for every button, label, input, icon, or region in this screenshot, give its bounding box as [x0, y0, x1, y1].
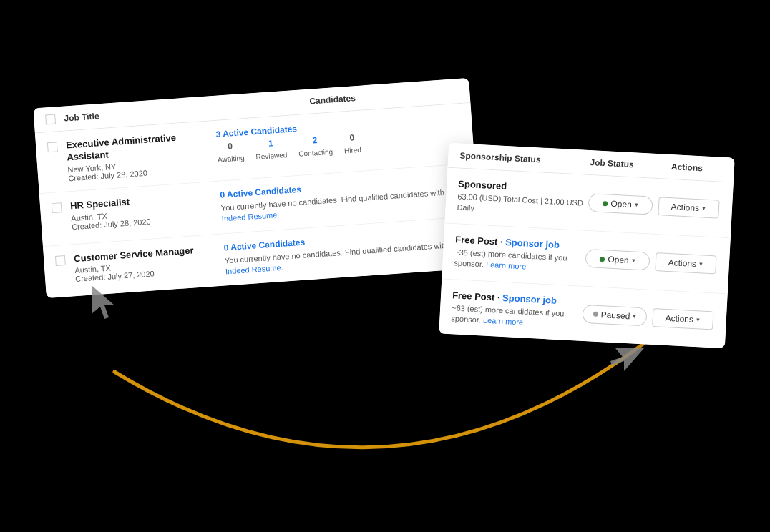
actions-header: Actions: [651, 161, 723, 174]
status-button-3[interactable]: Paused ▾: [582, 305, 647, 327]
stat-reviewed-number: 1: [255, 137, 287, 149]
status-label-3: Paused: [600, 310, 630, 321]
cursor-left-icon: [86, 282, 122, 325]
select-all-checkbox[interactable]: [45, 114, 56, 124]
stat-hired: 0 Hired: [343, 132, 361, 157]
status-chevron-3: ▾: [633, 312, 637, 320]
status-col-3: Paused ▾: [578, 305, 650, 327]
stat-hired-number: 0: [343, 132, 361, 144]
actions-chevron-1: ▾: [702, 205, 706, 212]
actions-col-1: Actions ▾: [656, 197, 721, 219]
row-checkbox-1[interactable]: [47, 142, 58, 152]
sponsor-job-link-2[interactable]: Sponsor job: [505, 237, 560, 250]
status-label-2: Open: [608, 255, 629, 266]
stat-awaiting-number: 0: [216, 140, 244, 152]
stat-awaiting: 0 Awaiting: [216, 140, 245, 165]
actions-button-3[interactable]: Actions ▾: [652, 308, 713, 330]
right-panel-card: Sponsorship Status Job Status Actions Sp…: [439, 143, 734, 349]
actions-chevron-2: ▾: [699, 260, 703, 267]
row-checkbox-3[interactable]: [55, 255, 66, 266]
actions-button-1[interactable]: Actions ▾: [658, 197, 719, 219]
left-panel-card: Job Title Candidates Executive Administr…: [33, 78, 482, 298]
stat-reviewed: 1 Reviewed: [255, 137, 288, 162]
status-dot-2: [600, 257, 605, 262]
sponsor-detail-2: ~35 (est) more candidates if you sponsor…: [454, 247, 582, 275]
row-checkbox-2[interactable]: [52, 202, 62, 213]
stat-hired-label: Hired: [344, 146, 362, 155]
actions-label-2: Actions: [668, 257, 696, 269]
sponsor-info-1: Sponsored 63.00 (USD) Total Cost | 21.00…: [457, 178, 585, 220]
sponsor-detail-3: ~63 (est) more candidates if you sponsor…: [451, 302, 579, 331]
stat-contacting: 2 Contacting: [298, 134, 333, 159]
learn-more-link-3[interactable]: Learn more: [483, 316, 524, 327]
status-label-1: Open: [610, 199, 632, 210]
candidates-section-3: 0 Active Candidates You currently have n…: [216, 225, 470, 277]
sponsor-info-3: Free Post · Sponsor job ~63 (est) more c…: [451, 290, 580, 331]
sponsor-detail-1: 63.00 (USD) Total Cost | 21.00 USD Daily: [457, 191, 585, 220]
cursor-right-icon: [605, 343, 648, 378]
job-info-1: Executive Administrative Assistant New Y…: [66, 130, 212, 183]
stat-awaiting-label: Awaiting: [218, 154, 245, 164]
job-status-header: Job Status: [572, 157, 652, 171]
status-dot-3: [593, 312, 598, 317]
stat-contacting-label: Contacting: [298, 148, 333, 158]
sponsor-info-2: Free Post · Sponsor job ~35 (est) more c…: [454, 234, 583, 275]
learn-more-link-2[interactable]: Learn more: [486, 260, 527, 271]
candidates-section-1: 3 Active Candidates 0 Awaiting 1 Reviewe…: [208, 112, 462, 169]
stat-reviewed-label: Reviewed: [255, 151, 288, 161]
job-title-column-header: Job Title: [64, 104, 207, 124]
status-col-1: Open ▾: [584, 193, 656, 215]
actions-button-2[interactable]: Actions ▾: [655, 252, 716, 274]
actions-col-2: Actions ▾: [653, 252, 718, 275]
actions-label-1: Actions: [671, 202, 699, 213]
status-chevron-2: ▾: [631, 257, 635, 264]
indeed-resume-link-2[interactable]: Indeed Resume: [221, 210, 277, 222]
job-info-2: HR Specialist Austin, TX Created: July 2…: [70, 190, 215, 231]
status-button-2[interactable]: Open ▾: [585, 249, 650, 271]
sponsor-job-link-3[interactable]: Sponsor job: [502, 292, 557, 306]
candidates-section-2: 0 Active Candidates You currently have n…: [213, 173, 467, 225]
actions-col-3: Actions ▾: [650, 308, 715, 330]
job-info-3: Customer Service Manager Austin, TX Crea…: [74, 243, 219, 284]
status-chevron-1: ▾: [634, 202, 638, 209]
status-button-1[interactable]: Open ▾: [588, 193, 653, 215]
actions-chevron-3: ▾: [696, 316, 701, 323]
status-dot-1: [603, 201, 608, 206]
sponsorship-status-header: Sponsorship Status: [459, 151, 573, 167]
indeed-resume-link-3[interactable]: Indeed Resume: [225, 263, 281, 275]
actions-label-3: Actions: [665, 313, 693, 325]
stat-contacting-number: 2: [298, 134, 333, 147]
status-col-2: Open ▾: [581, 249, 653, 271]
